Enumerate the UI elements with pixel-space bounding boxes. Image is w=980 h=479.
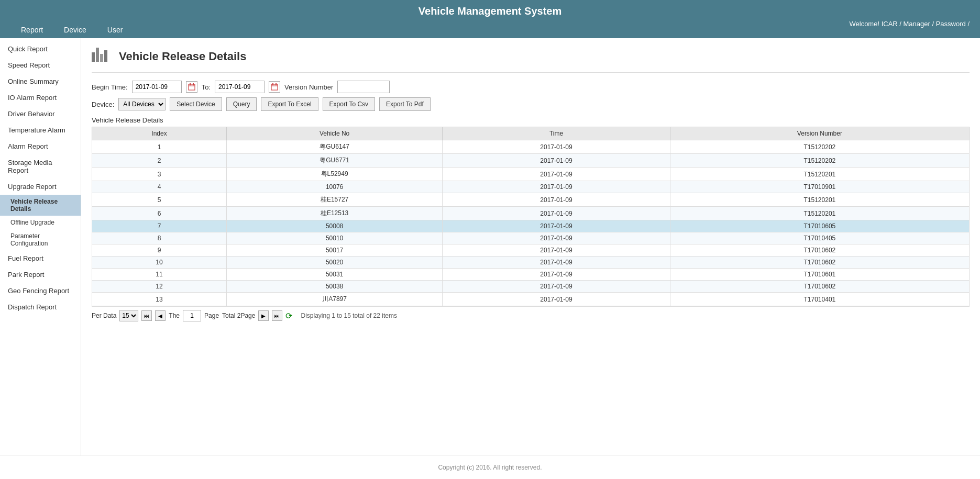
sidebar-item-speed-report[interactable]: Speed Report: [0, 57, 81, 73]
first-page-btn[interactable]: ⏮: [141, 310, 152, 321]
cell-index: 5: [92, 193, 227, 207]
cell-time: 2017-01-09: [443, 140, 670, 154]
cell-vehicle-no: 10076: [226, 181, 442, 193]
export-excel-btn[interactable]: Export To Excel: [261, 97, 318, 111]
table-row[interactable]: 10 50020 2017-01-09 T17010602: [92, 257, 970, 269]
cell-version: T15120202: [670, 154, 969, 168]
sidebar-item-dispatch-report[interactable]: Dispatch Report: [0, 299, 81, 315]
sidebar-subitem-offline-upgrade[interactable]: Offline Upgrade: [0, 216, 81, 229]
cell-vehicle-no: 50010: [226, 232, 442, 244]
export-csv-btn[interactable]: Export To Csv: [323, 97, 375, 111]
sidebar-item-io-alarm-report[interactable]: IO Alarm Report: [0, 90, 81, 106]
sidebar-item-temperature-alarm[interactable]: Temperature Alarm: [0, 122, 81, 138]
nav-device[interactable]: Device: [53, 21, 97, 38]
sidebar-item-storage-media-report[interactable]: Storage Media Report: [0, 154, 81, 179]
sidebar-item-geo-fencing-report[interactable]: Geo Fencing Report: [0, 283, 81, 299]
cell-version: T17010901: [670, 181, 969, 193]
cell-version: T15120201: [670, 207, 969, 220]
version-input[interactable]: [337, 81, 390, 93]
table-row[interactable]: 2 粤GU6771 2017-01-09 T15120202: [92, 154, 970, 168]
col-header-index: Index: [92, 127, 227, 140]
refresh-btn[interactable]: ⟳: [285, 311, 292, 321]
cell-version: T15120201: [670, 193, 969, 207]
sidebar-item-driver-behavior[interactable]: Driver Behavior: [0, 106, 81, 122]
sidebar-subitem-vehicle-release-details[interactable]: Vehicle Release Details: [0, 195, 81, 216]
cell-version: T15120201: [670, 168, 969, 181]
copyright-text: Copyright (c) 2016. All right reserved.: [438, 464, 542, 471]
calendar-icon: [188, 83, 195, 91]
device-select[interactable]: All Devices: [118, 98, 166, 110]
export-pdf-btn[interactable]: Export To Pdf: [379, 97, 431, 111]
cell-index: 8: [92, 232, 227, 244]
table-row[interactable]: 6 桂E12513 2017-01-09 T15120201: [92, 207, 970, 220]
per-data-label: Per Data: [92, 312, 116, 319]
table-row[interactable]: 1 粤GU6147 2017-01-09 T15120202: [92, 140, 970, 154]
table-row[interactable]: 5 桂E15727 2017-01-09 T15120201: [92, 193, 970, 207]
welcome-text: Welcome! ICAR / Manager / Password /: [849, 20, 970, 28]
page-input[interactable]: [183, 310, 201, 321]
table-row[interactable]: 7 50008 2017-01-09 T17010605: [92, 220, 970, 232]
cell-index: 10: [92, 257, 227, 269]
sidebar-item-quick-report[interactable]: Quick Report: [0, 41, 81, 57]
the-label: The: [169, 312, 180, 319]
app-title: Vehicle Management System: [0, 5, 980, 17]
sidebar-item-online-summary[interactable]: Online Summary: [0, 73, 81, 90]
svg-rect-1: [190, 83, 191, 85]
cell-index: 13: [92, 293, 227, 306]
cell-index: 1: [92, 140, 227, 154]
cell-vehicle-no: 50020: [226, 257, 442, 269]
cell-index: 12: [92, 281, 227, 293]
col-header-time: Time: [443, 127, 670, 140]
cell-time: 2017-01-09: [443, 181, 670, 193]
svg-rect-4: [271, 84, 278, 90]
begin-time-label: Begin Time:: [92, 83, 128, 91]
sidebar-item-alarm-report[interactable]: Alarm Report: [0, 138, 81, 154]
table-row[interactable]: 3 粤L52949 2017-01-09 T15120201: [92, 168, 970, 181]
query-btn[interactable]: Query: [226, 97, 257, 111]
cell-index: 4: [92, 181, 227, 193]
cell-time: 2017-01-09: [443, 269, 670, 281]
nav-report[interactable]: Report: [10, 21, 53, 38]
select-device-btn[interactable]: Select Device: [170, 97, 222, 111]
cell-version: T15120202: [670, 140, 969, 154]
next-page-btn[interactable]: ▶: [258, 310, 269, 321]
sidebar-subitem-parameter-config[interactable]: Parameter Configuration: [0, 229, 81, 250]
table-row[interactable]: 4 10076 2017-01-09 T17010901: [92, 181, 970, 193]
svg-rect-6: [276, 83, 277, 85]
svg-rect-2: [193, 83, 194, 85]
cell-version: T17010601: [670, 269, 969, 281]
table-row[interactable]: 11 50031 2017-01-09 T17010601: [92, 269, 970, 281]
cell-vehicle-no: 桂E12513: [226, 207, 442, 220]
begin-calendar-btn[interactable]: [186, 81, 197, 93]
sidebar-item-park-report[interactable]: Park Report: [0, 266, 81, 283]
last-page-btn[interactable]: ⏭: [272, 310, 282, 321]
sidebar-item-upgrade-report[interactable]: Upgrade Report: [0, 179, 81, 195]
cell-index: 7: [92, 220, 227, 232]
begin-time-input[interactable]: [132, 81, 182, 93]
main-content: Vehicle Release Details Begin Time: To:: [81, 38, 980, 455]
to-time-input[interactable]: [215, 81, 265, 93]
sidebar-item-fuel-report[interactable]: Fuel Report: [0, 250, 81, 266]
table-row[interactable]: 9 50017 2017-01-09 T17010602: [92, 244, 970, 257]
table-row[interactable]: 13 川A7897 2017-01-09 T17010401: [92, 293, 970, 306]
nav-user[interactable]: User: [97, 21, 134, 38]
cell-vehicle-no: 粤GU6771: [226, 154, 442, 168]
filter-bar: Begin Time: To:: [92, 81, 970, 111]
per-data-select[interactable]: 15: [119, 310, 138, 321]
cell-vehicle-no: 川A7897: [226, 293, 442, 306]
table-section-title: Vehicle Release Details: [92, 116, 970, 124]
display-info: Displaying 1 to 15 total of 22 items: [301, 312, 397, 319]
prev-page-btn[interactable]: ◀: [155, 310, 166, 321]
calendar-icon-2: [271, 83, 278, 91]
to-calendar-btn[interactable]: [269, 81, 280, 93]
cell-index: 9: [92, 244, 227, 257]
total-pages-label: Total 2Page: [222, 312, 255, 319]
col-header-vehicle-no: Vehicle No: [226, 127, 442, 140]
table-row[interactable]: 12 50038 2017-01-09 T17010602: [92, 281, 970, 293]
table-row[interactable]: 8 50010 2017-01-09 T17010405: [92, 232, 970, 244]
cell-index: 3: [92, 168, 227, 181]
cell-time: 2017-01-09: [443, 257, 670, 269]
cell-time: 2017-01-09: [443, 244, 670, 257]
footer: Copyright (c) 2016. All right reserved.: [0, 455, 980, 479]
svg-rect-0: [189, 84, 195, 90]
